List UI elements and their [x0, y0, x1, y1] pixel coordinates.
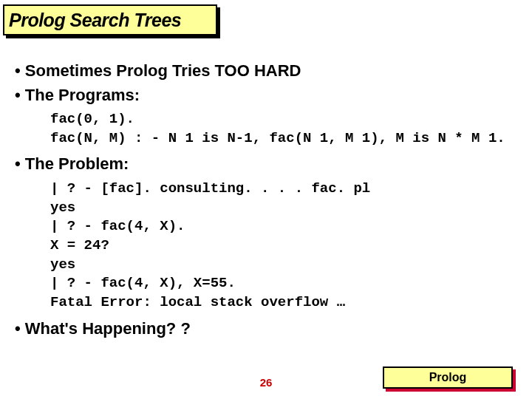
slide-title: Prolog Search Trees [9, 10, 181, 31]
title-box: Prolog Search Trees [3, 4, 217, 35]
bullet-item: Sometimes Prolog Tries TOO HARD [15, 61, 517, 82]
code-problem: | ? - [fac]. consulting. . . . fac. pl y… [50, 180, 517, 312]
footer-label: Prolog [429, 371, 467, 384]
footer-box: Prolog [383, 366, 513, 389]
code-programs: fac(0, 1). fac(N, M) : - N 1 is N-1, fac… [50, 110, 517, 148]
content-area: Sometimes Prolog Tries TOO HARD The Prog… [15, 58, 517, 342]
bullet-item: The Programs: [15, 85, 517, 106]
bullet-item: What's Happening? ? [15, 318, 517, 340]
bullet-item: The Problem: [15, 154, 517, 175]
slide: Prolog Search Trees Sometimes Prolog Tri… [0, 0, 532, 399]
